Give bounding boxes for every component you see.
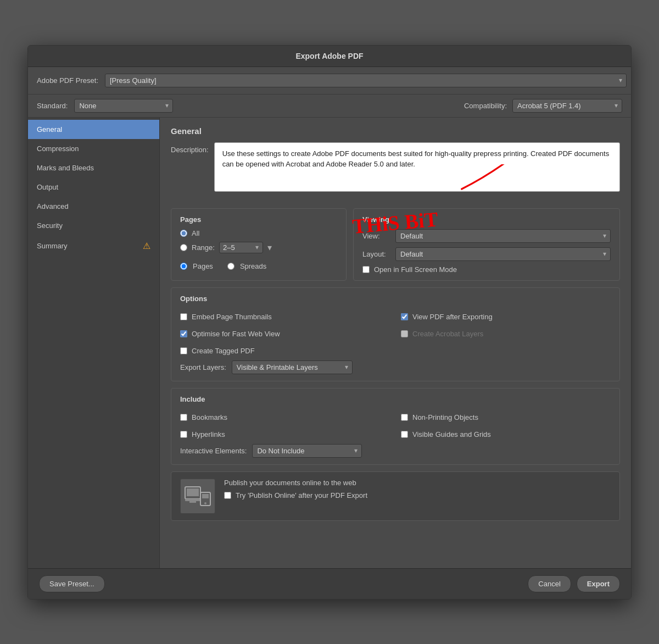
create-tagged-row: Create Tagged PDF <box>180 347 390 355</box>
full-screen-label: Open in Full Screen Mode <box>374 265 457 274</box>
hyperlinks-label: Hyperlinks <box>192 430 225 438</box>
cancel-button[interactable]: Cancel <box>528 575 571 592</box>
description-box: Use these settings to create Adobe PDF d… <box>214 142 620 192</box>
try-publish-label: Try 'Publish Online' after your PDF Expo… <box>236 491 367 499</box>
export-button[interactable]: Export <box>577 575 620 592</box>
viewing-panel: Viewing View: Default Layout: <box>353 208 620 281</box>
create-acrobat-layers-label: Create Acrobat Layers <box>412 330 483 338</box>
sidebar-item-security[interactable]: Security <box>28 216 159 235</box>
view-select[interactable]: Default <box>395 229 611 243</box>
preset-select[interactable]: [Press Quality] <box>105 74 627 87</box>
non-printing-label: Non-Printing Objects <box>412 413 478 421</box>
description-text: Use these settings to create Adobe PDF d… <box>222 149 610 169</box>
create-acrobat-layers-checkbox[interactable] <box>401 330 408 337</box>
compatibility-label: Compatibility: <box>464 102 507 110</box>
export-pdf-dialog: Export Adobe PDF Adobe PDF Preset: [Pres… <box>27 45 632 599</box>
sidebar-item-marks-and-bleeds[interactable]: Marks and Bleeds <box>28 158 159 177</box>
preset-row: Adobe PDF Preset: [Press Quality] ▾ <box>28 67 631 95</box>
svg-point-8 <box>204 502 206 504</box>
layout-select[interactable]: Default <box>395 247 611 261</box>
try-publish-row: Try 'Publish Online' after your PDF Expo… <box>224 491 611 499</box>
bottom-bar: Save Preset... Cancel Export <box>28 568 631 599</box>
optimise-checkbox[interactable] <box>180 330 187 337</box>
all-radio[interactable] <box>180 230 187 237</box>
interactive-elements-label: Interactive Elements: <box>180 447 247 455</box>
layout-label: Layout: <box>362 250 390 258</box>
sidebar-item-summary-label: Summary <box>37 242 68 250</box>
export-layers-row: Export Layers: Visible & Printable Layer… <box>180 360 611 374</box>
publish-icon <box>180 479 215 514</box>
embed-thumbnails-row: Embed Page Thumbnails <box>180 313 390 321</box>
compatibility-group: Compatibility: Acrobat 5 (PDF 1.4) <box>464 99 622 113</box>
standard-select-wrapper: None <box>74 99 173 113</box>
pages-panel: Pages All Range: ▾ <box>171 208 347 281</box>
range-select-wrapper <box>219 242 263 253</box>
description-label: Description: <box>171 142 209 154</box>
viewing-panel-label: Viewing <box>362 215 611 224</box>
export-layers-label: Export Layers: <box>180 363 226 371</box>
range-radio[interactable] <box>180 244 187 251</box>
main-area: General Compression Marks and Bleeds Out… <box>28 118 631 568</box>
sidebar-item-general[interactable]: General <box>28 120 159 139</box>
title-bar: Export Adobe PDF <box>28 46 631 67</box>
view-after-export-checkbox[interactable] <box>401 313 408 320</box>
pages-radio[interactable] <box>180 263 187 270</box>
layout-select-wrapper: Default <box>395 247 611 261</box>
range-dropdown-icon: ▾ <box>267 242 272 253</box>
publish-text: Publish your documents online to the web… <box>224 479 611 499</box>
interactive-elements-select[interactable]: Do Not Include <box>252 444 362 458</box>
non-printing-row: Non-Printing Objects <box>401 413 611 421</box>
export-layers-select[interactable]: Visible & Printable Layers <box>232 360 353 374</box>
publish-svg-icon <box>184 482 211 510</box>
embed-thumbnails-checkbox[interactable] <box>180 313 187 320</box>
sidebar-item-advanced[interactable]: Advanced <box>28 197 159 216</box>
range-radio-row: Range: ▾ <box>180 242 337 253</box>
svg-rect-5 <box>189 501 196 503</box>
pages-radio-label: Pages <box>193 262 213 270</box>
range-input[interactable] <box>219 242 263 253</box>
description-wrapper: Use these settings to create Adobe PDF d… <box>214 142 620 201</box>
sidebar-item-output[interactable]: Output <box>28 177 159 197</box>
sidebar: General Compression Marks and Bleeds Out… <box>28 118 160 568</box>
include-panel-label: Include <box>180 395 611 403</box>
try-publish-checkbox[interactable] <box>224 492 231 499</box>
svg-rect-3 <box>187 488 199 496</box>
publish-title: Publish your documents online to the web <box>224 479 611 487</box>
save-preset-button[interactable]: Save Preset... <box>39 575 105 592</box>
create-acrobat-layers-row: Create Acrobat Layers <box>401 330 611 338</box>
full-screen-row: Open in Full Screen Mode <box>362 265 611 274</box>
export-layers-select-wrapper: Visible & Printable Layers <box>232 360 353 374</box>
create-tagged-checkbox[interactable] <box>180 347 187 354</box>
standard-select[interactable]: None <box>74 99 173 113</box>
hyperlinks-checkbox[interactable] <box>180 431 187 438</box>
non-printing-checkbox[interactable] <box>401 414 408 421</box>
spreads-radio-label: Spreads <box>240 262 266 270</box>
spread-row: Pages Spreads <box>180 262 337 270</box>
view-after-export-row: View PDF after Exporting <box>401 313 611 321</box>
include-panel: Include Bookmarks Non-Printing Objects H… <box>171 388 620 465</box>
dialog-title: Export Adobe PDF <box>295 52 363 60</box>
hyperlinks-row: Hyperlinks <box>180 430 390 438</box>
visible-guides-checkbox[interactable] <box>401 431 408 438</box>
svg-rect-4 <box>185 499 200 501</box>
layout-row: Layout: Default <box>362 247 611 261</box>
view-after-export-label: View PDF after Exporting <box>412 313 493 321</box>
warning-icon: ⚠ <box>143 241 150 251</box>
compat-select[interactable]: Acrobat 5 (PDF 1.4) <box>512 99 622 113</box>
bookmarks-checkbox[interactable] <box>180 414 187 421</box>
standard-label: Standard: <box>37 102 68 110</box>
spreads-radio[interactable] <box>227 263 234 270</box>
sidebar-item-advanced-label: Advanced <box>37 202 69 210</box>
full-screen-checkbox[interactable] <box>362 266 370 273</box>
all-radio-row: All <box>180 229 337 237</box>
sidebar-item-compression[interactable]: Compression <box>28 139 159 158</box>
preset-label: Adobe PDF Preset: <box>37 76 98 85</box>
all-radio-label: All <box>192 229 199 237</box>
view-label: View: <box>362 232 390 240</box>
range-radio-label: Range: <box>192 243 215 252</box>
sidebar-item-summary[interactable]: Summary ⚠ <box>28 235 159 257</box>
sidebar-item-security-label: Security <box>37 221 63 230</box>
standard-compat-row: Standard: None Compatibility: Acrobat 5 … <box>28 95 631 118</box>
action-buttons: Cancel Export <box>528 575 620 592</box>
section-title: General <box>171 126 620 136</box>
